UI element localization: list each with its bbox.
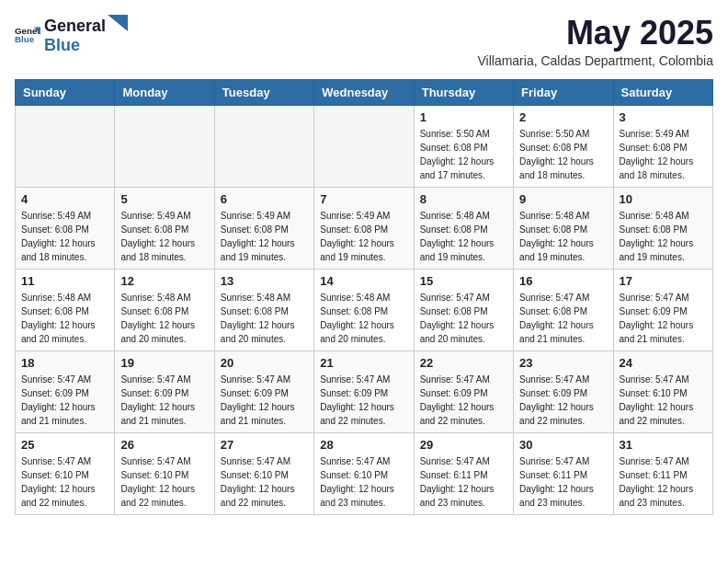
logo: General Blue General Blue xyxy=(15,15,130,55)
logo-blue: Blue xyxy=(44,36,80,54)
day-header-monday: Monday xyxy=(115,79,214,105)
day-number: 2 xyxy=(519,110,607,124)
day-number: 4 xyxy=(21,192,108,206)
calendar-cell: 22Sunrise: 5:47 AM Sunset: 6:09 PM Dayli… xyxy=(414,350,513,432)
calendar-cell: 5Sunrise: 5:49 AM Sunset: 6:08 PM Daylig… xyxy=(115,187,214,269)
day-number: 19 xyxy=(120,356,208,370)
calendar-cell: 19Sunrise: 5:47 AM Sunset: 6:09 PM Dayli… xyxy=(115,350,214,432)
day-number: 10 xyxy=(620,192,707,206)
logo-arrow-icon xyxy=(108,15,128,31)
calendar-cell: 11Sunrise: 5:48 AM Sunset: 6:08 PM Dayli… xyxy=(16,269,115,350)
calendar-cell: 4Sunrise: 5:49 AM Sunset: 6:08 PM Daylig… xyxy=(16,187,115,269)
calendar-cell: 17Sunrise: 5:47 AM Sunset: 6:09 PM Dayli… xyxy=(613,269,712,350)
calendar-cell: 31Sunrise: 5:47 AM Sunset: 6:11 PM Dayli… xyxy=(613,432,712,514)
logo-icon: General Blue xyxy=(15,22,40,48)
calendar-cell: 30Sunrise: 5:47 AM Sunset: 6:11 PM Dayli… xyxy=(514,432,613,514)
calendar-week-4: 18Sunrise: 5:47 AM Sunset: 6:09 PM Dayli… xyxy=(16,350,713,432)
calendar-cell: 6Sunrise: 5:49 AM Sunset: 6:08 PM Daylig… xyxy=(214,187,313,269)
calendar-cell: 7Sunrise: 5:49 AM Sunset: 6:08 PM Daylig… xyxy=(314,187,414,269)
calendar-week-5: 25Sunrise: 5:47 AM Sunset: 6:10 PM Dayli… xyxy=(16,432,713,514)
calendar-cell: 29Sunrise: 5:47 AM Sunset: 6:11 PM Dayli… xyxy=(414,432,513,514)
day-number: 5 xyxy=(120,192,208,206)
calendar-cell: 12Sunrise: 5:48 AM Sunset: 6:08 PM Dayli… xyxy=(115,269,214,350)
calendar-cell xyxy=(214,105,313,187)
day-info: Sunrise: 5:48 AM Sunset: 6:08 PM Dayligh… xyxy=(221,291,308,346)
calendar-cell: 13Sunrise: 5:48 AM Sunset: 6:08 PM Dayli… xyxy=(214,269,313,350)
day-number: 14 xyxy=(320,274,407,288)
day-number: 29 xyxy=(420,438,507,452)
day-info: Sunrise: 5:47 AM Sunset: 6:09 PM Dayligh… xyxy=(320,373,407,428)
day-number: 22 xyxy=(420,356,507,370)
day-info: Sunrise: 5:47 AM Sunset: 6:08 PM Dayligh… xyxy=(519,291,607,346)
day-number: 7 xyxy=(320,192,407,206)
day-info: Sunrise: 5:48 AM Sunset: 6:08 PM Dayligh… xyxy=(519,209,607,264)
day-info: Sunrise: 5:50 AM Sunset: 6:08 PM Dayligh… xyxy=(519,127,607,182)
calendar-cell: 10Sunrise: 5:48 AM Sunset: 6:08 PM Dayli… xyxy=(613,187,712,269)
day-number: 27 xyxy=(221,438,308,452)
calendar-cell: 15Sunrise: 5:47 AM Sunset: 6:08 PM Dayli… xyxy=(414,269,513,350)
day-number: 12 xyxy=(120,274,208,288)
day-number: 23 xyxy=(519,356,607,370)
day-number: 25 xyxy=(21,438,108,452)
day-number: 8 xyxy=(420,192,507,206)
calendar-cell: 16Sunrise: 5:47 AM Sunset: 6:08 PM Dayli… xyxy=(514,269,613,350)
day-info: Sunrise: 5:48 AM Sunset: 6:08 PM Dayligh… xyxy=(620,209,707,264)
day-info: Sunrise: 5:47 AM Sunset: 6:09 PM Dayligh… xyxy=(120,373,208,428)
day-header-saturday: Saturday xyxy=(613,79,712,105)
logo-general: General xyxy=(44,17,106,36)
day-info: Sunrise: 5:47 AM Sunset: 6:08 PM Dayligh… xyxy=(420,291,507,346)
day-number: 15 xyxy=(420,274,507,288)
day-info: Sunrise: 5:49 AM Sunset: 6:08 PM Dayligh… xyxy=(120,209,208,264)
calendar-cell: 9Sunrise: 5:48 AM Sunset: 6:08 PM Daylig… xyxy=(514,187,613,269)
calendar-cell xyxy=(314,105,414,187)
day-number: 13 xyxy=(221,274,308,288)
day-info: Sunrise: 5:47 AM Sunset: 6:09 PM Dayligh… xyxy=(221,373,308,428)
calendar-cell: 1Sunrise: 5:50 AM Sunset: 6:08 PM Daylig… xyxy=(414,105,513,187)
calendar-cell: 20Sunrise: 5:47 AM Sunset: 6:09 PM Dayli… xyxy=(214,350,313,432)
day-info: Sunrise: 5:47 AM Sunset: 6:11 PM Dayligh… xyxy=(519,454,607,510)
day-info: Sunrise: 5:50 AM Sunset: 6:08 PM Dayligh… xyxy=(420,127,507,182)
day-info: Sunrise: 5:48 AM Sunset: 6:08 PM Dayligh… xyxy=(320,291,407,346)
calendar-cell: 3Sunrise: 5:49 AM Sunset: 6:08 PM Daylig… xyxy=(613,105,712,187)
day-info: Sunrise: 5:49 AM Sunset: 6:08 PM Dayligh… xyxy=(620,127,707,182)
day-info: Sunrise: 5:47 AM Sunset: 6:11 PM Dayligh… xyxy=(620,454,707,510)
calendar-cell: 21Sunrise: 5:47 AM Sunset: 6:09 PM Dayli… xyxy=(314,350,414,432)
day-number: 18 xyxy=(21,356,108,370)
calendar-cell: 24Sunrise: 5:47 AM Sunset: 6:10 PM Dayli… xyxy=(613,350,712,432)
day-number: 28 xyxy=(320,438,407,452)
day-number: 24 xyxy=(620,356,707,370)
header: General Blue General Blue May 2025 Villa… xyxy=(15,15,713,68)
svg-marker-3 xyxy=(108,15,128,31)
day-number: 1 xyxy=(420,110,507,124)
day-number: 20 xyxy=(221,356,308,370)
day-info: Sunrise: 5:47 AM Sunset: 6:10 PM Dayligh… xyxy=(320,454,407,510)
calendar-week-2: 4Sunrise: 5:49 AM Sunset: 6:08 PM Daylig… xyxy=(16,187,713,269)
calendar-cell: 2Sunrise: 5:50 AM Sunset: 6:08 PM Daylig… xyxy=(514,105,613,187)
main-title: May 2025 xyxy=(477,15,713,52)
calendar-cell: 25Sunrise: 5:47 AM Sunset: 6:10 PM Dayli… xyxy=(16,432,115,514)
day-number: 16 xyxy=(519,274,607,288)
day-header-thursday: Thursday xyxy=(414,79,513,105)
day-info: Sunrise: 5:49 AM Sunset: 6:08 PM Dayligh… xyxy=(320,209,407,264)
day-info: Sunrise: 5:47 AM Sunset: 6:10 PM Dayligh… xyxy=(620,373,707,428)
calendar-header-row: SundayMondayTuesdayWednesdayThursdayFrid… xyxy=(16,79,713,105)
day-header-sunday: Sunday xyxy=(16,79,115,105)
calendar-cell: 18Sunrise: 5:47 AM Sunset: 6:09 PM Dayli… xyxy=(16,350,115,432)
calendar-cell: 8Sunrise: 5:48 AM Sunset: 6:08 PM Daylig… xyxy=(414,187,513,269)
logo-text-block: General Blue xyxy=(44,15,130,55)
calendar-cell xyxy=(16,105,115,187)
calendar-cell: 26Sunrise: 5:47 AM Sunset: 6:10 PM Dayli… xyxy=(115,432,214,514)
day-header-wednesday: Wednesday xyxy=(314,79,414,105)
day-info: Sunrise: 5:47 AM Sunset: 6:10 PM Dayligh… xyxy=(21,454,108,510)
calendar-cell xyxy=(115,105,214,187)
day-info: Sunrise: 5:48 AM Sunset: 6:08 PM Dayligh… xyxy=(420,209,507,264)
day-header-tuesday: Tuesday xyxy=(214,79,313,105)
svg-text:Blue: Blue xyxy=(15,34,35,44)
calendar-week-3: 11Sunrise: 5:48 AM Sunset: 6:08 PM Dayli… xyxy=(16,269,713,350)
day-info: Sunrise: 5:47 AM Sunset: 6:09 PM Dayligh… xyxy=(620,291,707,346)
day-info: Sunrise: 5:47 AM Sunset: 6:11 PM Dayligh… xyxy=(420,454,507,510)
day-number: 9 xyxy=(519,192,607,206)
day-number: 31 xyxy=(620,438,707,452)
calendar-week-1: 1Sunrise: 5:50 AM Sunset: 6:08 PM Daylig… xyxy=(16,105,713,187)
day-number: 17 xyxy=(620,274,707,288)
